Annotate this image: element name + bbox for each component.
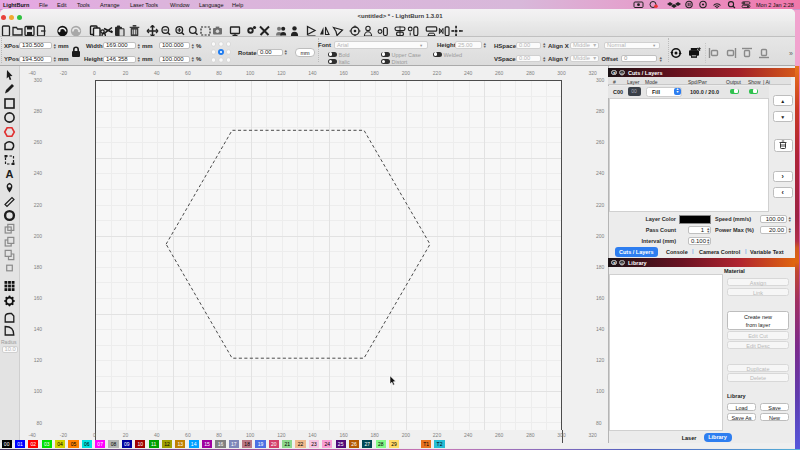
svg-text:A: A [6,168,14,180]
